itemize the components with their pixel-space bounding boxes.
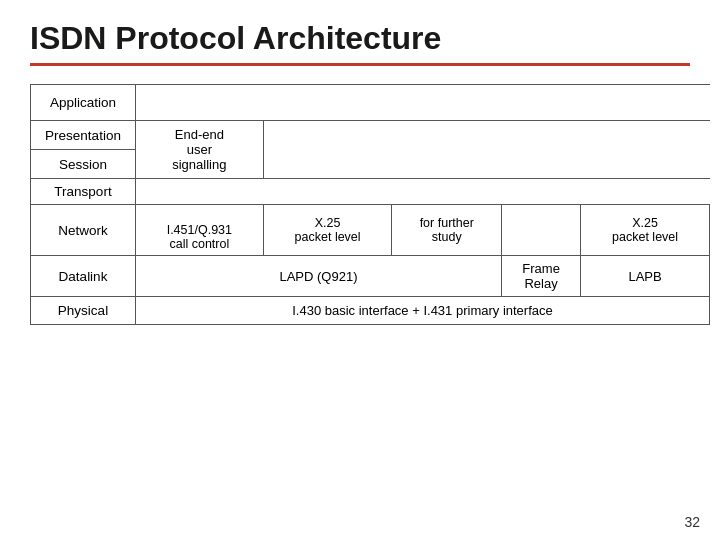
- architecture-table: Application Presentation End-end user si…: [30, 84, 710, 325]
- application-row: Application: [31, 85, 710, 121]
- end-end-signalling-cell: End-end user signalling: [136, 121, 264, 179]
- physical-label: Physical: [31, 297, 136, 325]
- transport-row: Transport: [31, 179, 710, 205]
- datalink-row: Datalink LAPD (Q921) Frame Relay LAPB: [31, 256, 710, 297]
- presentation-label: Presentation: [31, 121, 136, 150]
- frame-relay-cell: Frame Relay: [502, 256, 581, 297]
- x25-right-cell: X.25 packet level: [581, 205, 710, 256]
- transport-label: Transport: [31, 179, 136, 205]
- slide: ISDN Protocol Architecture Application P…: [0, 0, 720, 540]
- i451-text: I.451/Q.931 call control: [167, 223, 232, 251]
- x25-right-text: X.25 packet level: [612, 216, 678, 244]
- lapd-cell: LAPD (Q921): [136, 256, 502, 297]
- i430-text: I.430 basic interface + I.431 primary in…: [292, 303, 553, 318]
- further-study-text: for further study: [420, 216, 474, 244]
- slide-title: ISDN Protocol Architecture: [30, 20, 690, 66]
- end-end-text: End-end user signalling: [172, 127, 226, 172]
- x25-packet-text: X.25 packet level: [295, 216, 361, 244]
- session-label: Session: [31, 150, 136, 179]
- session-row: Session: [31, 150, 710, 179]
- lapd-text: LAPD (Q921): [279, 269, 357, 284]
- network-row: Network I.451/Q.931 call control X.25 pa…: [31, 205, 710, 256]
- frame-relay-text: Frame Relay: [522, 261, 560, 291]
- page-number: 32: [684, 514, 700, 530]
- datalink-label: Datalink: [31, 256, 136, 297]
- lapb-text: LAPB: [628, 269, 661, 284]
- application-label: Application: [31, 85, 136, 121]
- physical-row: Physical I.430 basic interface + I.431 p…: [31, 297, 710, 325]
- x25-packet-cell: X.25 packet level: [263, 205, 392, 256]
- title-text: ISDN Protocol Architecture: [30, 20, 441, 56]
- lapb-cell: LAPB: [581, 256, 710, 297]
- presentation-row: Presentation End-end user signalling: [31, 121, 710, 150]
- network-label: Network: [31, 205, 136, 256]
- further-study-cell: for further study: [392, 205, 502, 256]
- i451-cell: I.451/Q.931 call control: [136, 205, 264, 256]
- i430-cell: I.430 basic interface + I.431 primary in…: [136, 297, 710, 325]
